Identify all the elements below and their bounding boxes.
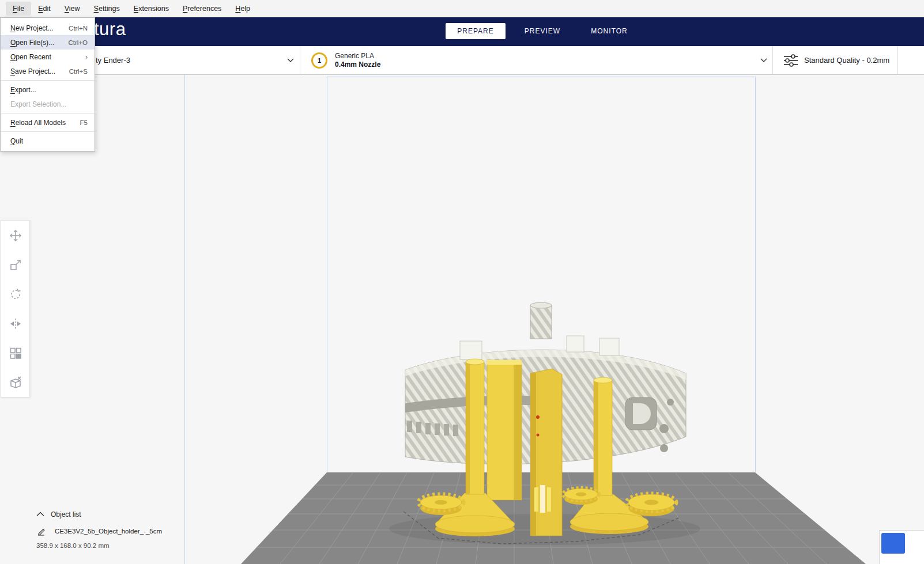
shortcut-label: Ctrl+N <box>69 25 88 32</box>
menu-item-export[interactable]: Export... <box>1 82 95 97</box>
slice-action-button[interactable] <box>881 533 905 554</box>
build-volume-edge-front-left <box>184 75 185 564</box>
menu-preferences[interactable]: Preferences <box>176 2 228 16</box>
printer-selector[interactable]: ty Ender-3 <box>96 56 130 65</box>
print-settings-icon[interactable] <box>783 53 799 68</box>
menu-item-quit[interactable]: Quit <box>1 134 95 148</box>
action-panel-fragment <box>879 530 924 564</box>
rotate-tool-button[interactable] <box>1 279 29 309</box>
menu-file[interactable]: File <box>6 2 31 16</box>
scale-icon <box>9 258 22 272</box>
mirror-icon <box>9 317 22 331</box>
build-volume-edge-top-back <box>327 77 755 77</box>
support-blocker-button[interactable] <box>1 368 29 397</box>
app-logo: tura <box>94 19 126 40</box>
shortcut-label: Ctrl+S <box>69 68 88 75</box>
menu-item-new-project[interactable]: New Project... Ctrl+N <box>1 21 95 35</box>
model-slab-column[interactable] <box>487 360 522 500</box>
menu-item-export-selection: Export Selection... <box>1 97 95 111</box>
menu-item-save-project[interactable]: Save Project... Ctrl+S <box>1 64 95 78</box>
rotate-icon <box>9 287 22 301</box>
menu-extensions[interactable]: Extensions <box>127 2 176 16</box>
print-settings-selector[interactable]: Standard Quality - 0.2mm <box>804 56 889 65</box>
config-divider <box>300 46 300 75</box>
config-divider <box>772 46 773 75</box>
mirror-tool-button[interactable] <box>1 309 29 338</box>
chevron-down-icon[interactable] <box>286 58 295 63</box>
build-volume-edge-back-left <box>327 77 327 472</box>
edit-pencil-icon[interactable] <box>37 527 46 536</box>
model-center-column[interactable] <box>530 369 562 536</box>
menu-separator <box>1 113 94 113</box>
object-list-item[interactable]: CE3E3V2_5b_Object_holder_-_5cm <box>55 528 162 535</box>
file-menu-dropdown: New Project... Ctrl+N Open File(s)... Ct… <box>0 17 95 152</box>
menu-item-open-files[interactable]: Open File(s)... Ctrl+O <box>1 35 95 50</box>
model-gear-right[interactable] <box>627 494 676 516</box>
menu-edit[interactable]: Edit <box>31 2 58 16</box>
move-tool-button[interactable] <box>1 221 29 250</box>
extruder-1-badge[interactable]: 1 <box>311 52 327 69</box>
submenu-arrow-icon: › <box>85 53 88 61</box>
move-icon <box>9 229 22 243</box>
model-dimensions-label: 358.9 x 168.0 x 90.2 mm <box>36 542 110 549</box>
model-gear-center[interactable] <box>563 488 599 505</box>
shortcut-label: Ctrl+O <box>68 39 88 46</box>
shortcut-label: F5 <box>80 119 88 126</box>
scale-tool-button[interactable] <box>1 250 29 279</box>
material-selector[interactable]: Generic PLA <box>335 52 374 60</box>
menu-settings[interactable]: Settings <box>87 2 127 16</box>
menu-item-open-recent[interactable]: Open Recent › <box>1 50 95 64</box>
menu-help[interactable]: Help <box>228 2 257 16</box>
tab-preview[interactable]: PREVIEW <box>512 23 572 39</box>
tab-prepare[interactable]: PREPARE <box>446 23 506 39</box>
model-mast-tip[interactable] <box>530 302 552 339</box>
menu-separator <box>1 131 94 132</box>
per-model-settings-button[interactable] <box>1 338 29 368</box>
nozzle-label[interactable]: 0.4mm Nozzle <box>335 60 380 69</box>
tab-monitor[interactable]: MONITOR <box>579 23 639 39</box>
viewport-3d[interactable] <box>0 75 924 564</box>
menu-bar: File Edit View Settings Extensions Prefe… <box>0 0 924 17</box>
cura-application-window: tura PREPARE PREVIEW MONITOR ty Ender-3 … <box>0 0 924 564</box>
stage-tabs: PREPARE PREVIEW MONITOR <box>446 23 639 39</box>
build-volume-edge-back-right <box>755 77 756 472</box>
viewport-3d-scene <box>0 75 924 564</box>
per-model-settings-icon <box>9 346 22 360</box>
config-divider <box>897 46 898 75</box>
menu-item-reload-all-models[interactable]: Reload All Models F5 <box>1 115 95 130</box>
chevron-down-icon[interactable] <box>760 58 768 63</box>
menu-view[interactable]: View <box>58 2 87 16</box>
menu-separator <box>1 80 94 81</box>
tool-panel <box>1 220 30 398</box>
collapse-chevron-icon[interactable] <box>36 512 45 517</box>
support-blocker-icon <box>9 376 22 389</box>
object-list-header[interactable]: Object list <box>51 510 81 518</box>
